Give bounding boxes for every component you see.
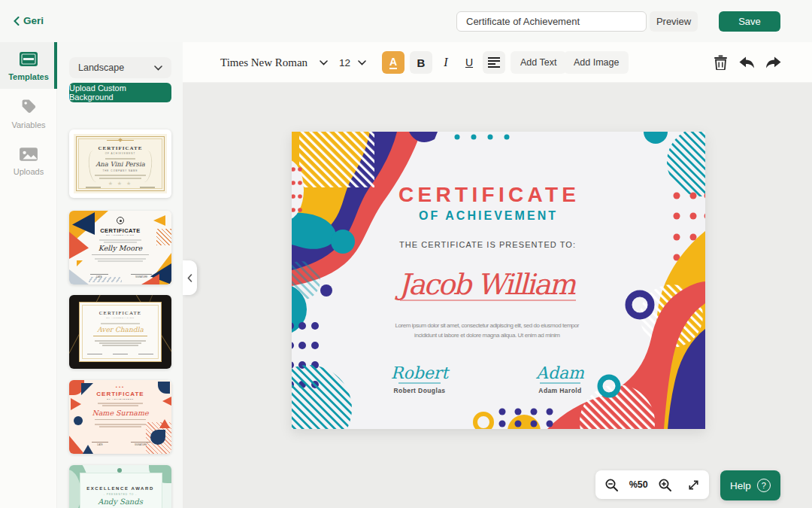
help-button[interactable]: Help ? [720, 470, 780, 500]
panel-collapse-handle[interactable] [183, 260, 197, 295]
zoom-level-value: %50 [629, 479, 648, 490]
template-preview: ••• CERTIFICATE OF ACHIEVEMENT Name Surn… [69, 380, 171, 454]
sidebar-item-label: Uploads [14, 167, 44, 176]
chevron-down-icon [154, 65, 162, 71]
thumb-signature-label: SIGNATURE [131, 274, 152, 278]
template-preview: CERTIFICATE OF APPRECIATION Kelly Moore … [69, 211, 171, 284]
question-icon: ? [757, 479, 771, 492]
zoom-in-icon [658, 478, 672, 492]
align-button[interactable] [483, 51, 505, 74]
orientation-select[interactable]: Landscape [69, 57, 171, 78]
font-size-value: 12 [339, 57, 350, 68]
help-label: Help [730, 480, 751, 491]
text-color-button[interactable]: A [382, 51, 404, 74]
tag-icon [20, 98, 38, 116]
italic-label: I [444, 56, 447, 69]
signature-name: Adam Harold [538, 387, 581, 394]
thumb-subtitle: OF ACHIEVEMENT [69, 398, 171, 400]
template-thumbnail-dark[interactable]: CERTIFICATE OF APPRECIATION Aver Chandla [69, 295, 171, 369]
template-preview: CERTIFICATE OF ACHIEVEMENT Ana Vini Pers… [74, 134, 167, 193]
certificate-body-line1[interactable]: Lorem ipsum dolor sit amet, consectetur … [395, 322, 580, 329]
back-button[interactable]: Geri [14, 15, 44, 26]
signature-left[interactable]: Robert Robert Douglas [391, 364, 450, 394]
sidebar-item-label: Variables [11, 120, 45, 129]
sidebar-item-variables[interactable]: Variables [0, 89, 57, 137]
font-family-value: Times New Roman [220, 56, 308, 69]
bold-label: B [417, 56, 426, 69]
thumb-title: CERTIFICATE [69, 391, 171, 397]
zoom-out-icon [604, 478, 619, 492]
thumb-company: THE COMPANY NAME [74, 169, 167, 172]
zoom-controls: %50 [595, 470, 709, 499]
add-text-button[interactable]: Add Text [511, 51, 566, 74]
certificate-recipient-name[interactable]: Jacob William [395, 268, 577, 301]
orientation-value: Landscape [78, 62, 124, 73]
add-image-button[interactable]: Add Image [564, 51, 629, 74]
bold-button[interactable]: B [410, 51, 432, 74]
save-button[interactable]: Save [719, 11, 780, 32]
editor-canvas[interactable]: CERTIFICATE OF ACHIEVEMENT THE CERTIFICA… [183, 83, 812, 508]
thumb-name: Ana Vini Persia [74, 160, 167, 168]
certificate-artboard[interactable]: CERTIFICATE OF ACHIEVEMENT THE CERTIFICA… [292, 132, 705, 429]
thumb-title: EXCELLENCE AWARD [69, 486, 171, 491]
align-left-icon [488, 57, 500, 68]
chevron-left-icon [187, 274, 192, 282]
thumb-title: CERTIFICATE [80, 310, 161, 316]
thumb-signature-label: SIGNATURE [131, 442, 150, 446]
top-bar: Geri Preview Save [0, 0, 812, 42]
text-color-label: A [389, 56, 397, 69]
thumb-subtitle: OF APPRECIATION [80, 317, 161, 319]
thumb-name: Kelly Moore [69, 244, 171, 252]
certificate-body-line2[interactable]: incididunt ut labore et dolore magna ali… [414, 332, 560, 339]
certificate-title-text[interactable]: CERTIFICATE [398, 183, 576, 206]
back-label: Geri [23, 15, 44, 26]
document-title-input[interactable] [456, 11, 647, 32]
undo-icon [738, 56, 755, 69]
template-preview: EXCELLENCE AWARD - PRESENTED TO - Andy S… [69, 465, 171, 508]
preview-button[interactable]: Preview [650, 11, 698, 32]
certificate-design[interactable]: CERTIFICATE OF ACHIEVEMENT THE CERTIFICA… [292, 132, 705, 429]
undo-button[interactable] [736, 51, 757, 74]
chevron-left-icon [14, 17, 20, 26]
templates-icon [18, 51, 39, 68]
thumb-date-label: DATE [90, 274, 108, 278]
certificate-presented-text[interactable]: THE CERTIFICATE IS PRESENTED TO: [399, 240, 575, 249]
template-thumbnail-peach[interactable]: ••• CERTIFICATE OF ACHIEVEMENT Name Surn… [69, 380, 171, 454]
chevron-down-icon [358, 60, 366, 65]
signature-name: Robert Douglas [394, 387, 446, 394]
template-preview: CERTIFICATE OF APPRECIATION Aver Chandla [69, 295, 171, 369]
sidebar-item-uploads[interactable]: Uploads [0, 137, 57, 184]
font-size-select[interactable]: 12 [339, 51, 366, 74]
italic-button[interactable]: I [436, 51, 456, 74]
zoom-in-button[interactable] [658, 478, 672, 492]
thumb-subtitle: OF ACHIEVEMENT [74, 152, 167, 155]
thumb-date-label: DATE [92, 442, 108, 446]
signature-script: Adam [535, 364, 584, 382]
thumb-title: CERTIFICATE [69, 227, 171, 234]
font-family-select[interactable]: Times New Roman [220, 51, 328, 74]
format-toolbar: Times New Roman 12 A B I U Add Text Add … [183, 42, 812, 83]
underline-label: U [465, 56, 473, 68]
zoom-out-button[interactable] [604, 478, 619, 492]
left-rail: Templates Variables Uploads [0, 42, 57, 508]
chevron-down-icon [320, 60, 328, 65]
thumb-name: Andy Sands [69, 497, 171, 506]
thumb-stars: ★ ★ ★ [74, 181, 167, 187]
thumb-subtitle: OF APPRECIATION [69, 234, 171, 236]
redo-icon [765, 56, 782, 69]
template-thumbnail-geometric[interactable]: CERTIFICATE OF APPRECIATION Kelly Moore … [69, 211, 171, 284]
delete-button[interactable] [710, 51, 730, 74]
fullscreen-button[interactable] [687, 479, 700, 491]
template-thumbnail-classic[interactable]: CERTIFICATE OF ACHIEVEMENT Ana Vini Pers… [69, 129, 171, 198]
signature-script: Robert [391, 364, 450, 382]
redo-button[interactable] [763, 51, 784, 74]
upload-custom-background-button[interactable]: Upload Custom Background [69, 83, 171, 102]
template-thumbnail-mint[interactable]: EXCELLENCE AWARD - PRESENTED TO - Andy S… [69, 465, 171, 508]
sidebar-item-templates[interactable]: Templates [0, 42, 57, 89]
thumb-name: Name Surname [69, 409, 171, 417]
expand-icon [687, 479, 700, 491]
underline-button[interactable]: U [459, 51, 479, 74]
thumb-title: CERTIFICATE [74, 145, 167, 151]
signature-right[interactable]: Adam Adam Harold [535, 364, 584, 394]
thumb-name: Aver Chandla [80, 326, 161, 333]
